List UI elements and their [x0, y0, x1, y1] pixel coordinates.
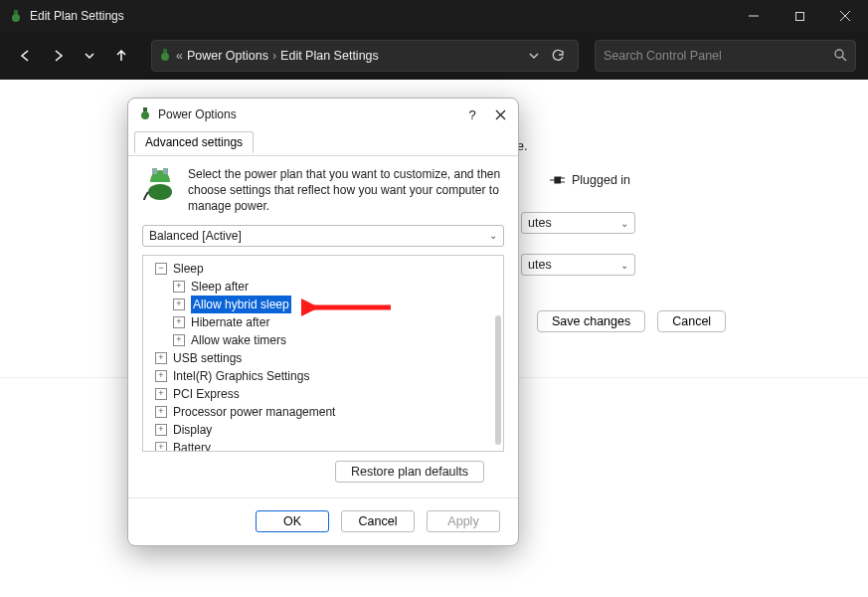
maximize-button[interactable] — [777, 0, 822, 32]
expand-icon[interactable]: + — [173, 316, 185, 328]
chevron-down-icon: ⌄ — [620, 218, 628, 229]
search-input[interactable]: Search Control Panel — [595, 40, 856, 72]
tree-node-processor[interactable]: +Processor power management — [145, 403, 491, 421]
svg-rect-16 — [152, 168, 157, 174]
refresh-button[interactable] — [546, 44, 570, 68]
tree-node-display[interactable]: +Display — [145, 421, 491, 439]
search-placeholder: Search Control Panel — [604, 49, 722, 63]
tree-node-sleep[interactable]: −Sleep — [145, 260, 491, 278]
expand-icon[interactable]: + — [155, 370, 167, 382]
nav-forward-button[interactable] — [44, 42, 72, 70]
collapse-icon[interactable]: − — [155, 263, 167, 275]
power-options-dialog: Power Options ? Advanced settings Select… — [127, 98, 519, 546]
breadcrumb-2[interactable]: Edit Plan Settings — [280, 49, 379, 63]
svg-point-15 — [148, 184, 172, 200]
close-button[interactable] — [822, 0, 868, 32]
restore-defaults-button[interactable]: Restore plan defaults — [335, 461, 484, 483]
svg-rect-10 — [555, 177, 561, 183]
cancel-button[interactable]: Cancel — [657, 310, 726, 332]
expand-icon[interactable]: + — [155, 388, 167, 400]
app-icon — [8, 8, 24, 24]
settings-tree[interactable]: −Sleep +Sleep after +Allow hybrid sleep … — [143, 256, 493, 451]
breadcrumb-1[interactable]: Power Options — [187, 49, 268, 63]
power-plan-value: Balanced [Active] — [149, 229, 242, 243]
save-changes-button[interactable]: Save changes — [537, 310, 645, 332]
dialog-close-button[interactable] — [486, 100, 514, 128]
apply-button[interactable]: Apply — [427, 510, 500, 532]
window-title: Edit Plan Settings — [30, 9, 124, 23]
dialog-cancel-button[interactable]: Cancel — [341, 510, 415, 532]
chevron-right-icon: › — [272, 49, 276, 63]
expand-icon[interactable]: + — [173, 281, 185, 293]
bg-dropdown-2[interactable]: utes⌄ — [521, 254, 635, 276]
svg-point-0 — [12, 14, 20, 22]
tree-node-usb[interactable]: +USB settings — [145, 349, 491, 367]
power-plan-dropdown[interactable]: Balanced [Active] ⌄ — [142, 225, 504, 247]
tree-node-allow-hybrid-sleep[interactable]: +Allow hybrid sleep — [145, 296, 491, 313]
expand-icon[interactable]: + — [155, 406, 167, 418]
chevron-down-icon: ⌄ — [489, 230, 497, 241]
svg-rect-17 — [163, 168, 168, 174]
svg-rect-12 — [143, 107, 147, 111]
tab-advanced-settings[interactable]: Advanced settings — [134, 131, 254, 153]
dialog-title: Power Options — [158, 107, 237, 121]
power-icon — [142, 166, 178, 202]
search-icon — [833, 48, 847, 65]
tree-node-battery[interactable]: +Battery — [145, 439, 491, 452]
dialog-icon — [138, 106, 152, 123]
chevron-down-icon: ⌄ — [620, 260, 628, 271]
svg-line-9 — [842, 57, 846, 61]
address-icon — [158, 48, 172, 65]
expand-icon[interactable]: + — [155, 442, 167, 452]
tree-scrollbar[interactable] — [495, 315, 501, 445]
expand-icon[interactable]: + — [155, 352, 167, 364]
tree-node-sleep-after[interactable]: +Sleep after — [145, 278, 491, 296]
nav-back-button[interactable] — [12, 42, 40, 70]
dialog-intro-text: Select the power plan that you want to c… — [188, 166, 504, 215]
svg-rect-7 — [163, 49, 167, 53]
minimize-button[interactable] — [731, 0, 777, 32]
svg-point-11 — [141, 111, 149, 119]
bg-dropdown-1[interactable]: utes⌄ — [521, 212, 635, 234]
nav-recent-button[interactable] — [76, 42, 103, 70]
nav-up-button[interactable] — [107, 42, 135, 70]
tree-node-allow-wake-timers[interactable]: +Allow wake timers — [145, 331, 491, 349]
address-dropdown-button[interactable] — [522, 44, 546, 68]
expand-icon[interactable]: + — [173, 298, 185, 310]
expand-icon[interactable]: + — [173, 334, 185, 346]
svg-rect-3 — [795, 12, 803, 20]
expand-icon[interactable]: + — [155, 424, 167, 436]
tree-node-intel-graphics[interactable]: +Intel(R) Graphics Settings — [145, 367, 491, 385]
svg-point-6 — [161, 53, 169, 61]
svg-point-8 — [835, 50, 843, 58]
ok-button[interactable]: OK — [256, 510, 329, 532]
help-button[interactable]: ? — [458, 100, 486, 128]
address-bar[interactable]: « Power Options › Edit Plan Settings — [151, 40, 579, 72]
svg-rect-1 — [14, 10, 18, 14]
tree-node-pci-express[interactable]: +PCI Express — [145, 385, 491, 403]
chevron-left-icon: « — [176, 49, 183, 63]
tree-node-hibernate-after[interactable]: +Hibernate after — [145, 313, 491, 331]
plugged-in-label: Plugged in — [549, 173, 630, 187]
